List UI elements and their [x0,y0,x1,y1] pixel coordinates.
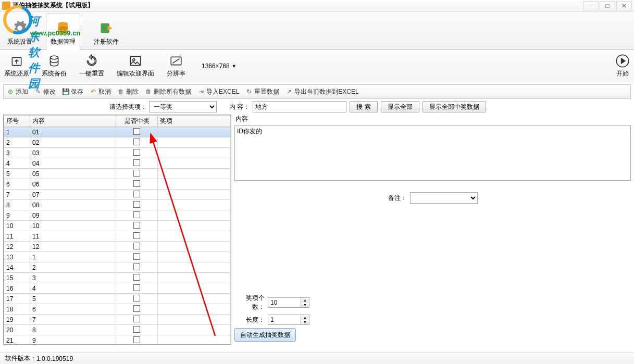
table-row[interactable]: 909 [4,210,231,221]
checkbox-icon[interactable] [133,159,140,166]
action-modify[interactable]: ✎修改 [34,87,56,96]
table-row[interactable]: 131 [4,252,231,262]
header-win[interactable]: 是否中奖 [116,116,158,127]
tool-resolution[interactable]: 分辨率 [167,54,185,78]
cell-win[interactable] [116,200,158,210]
cell-win[interactable] [116,210,158,221]
cell-win[interactable] [116,221,158,231]
cell-win[interactable] [116,137,158,148]
action-save[interactable]: 💾保存 [62,87,83,96]
table-row[interactable]: 219 [4,335,231,345]
table-row[interactable]: 808 [4,200,231,210]
action-delete-all[interactable]: 🗑删除所有数据 [145,87,191,96]
header-seq[interactable]: 序号 [4,116,30,127]
checkbox-icon[interactable] [133,222,140,229]
content-search-input[interactable] [253,101,346,112]
table-row[interactable]: 197 [4,315,231,325]
table-row[interactable]: 186 [4,304,231,315]
checkbox-icon[interactable] [133,316,140,322]
action-import-excel[interactable]: ⇥导入EXCEL [197,87,239,96]
checkbox-icon[interactable] [133,253,140,260]
prize-count-input[interactable] [268,297,301,308]
checkbox-icon[interactable] [133,149,140,156]
search-button[interactable]: 搜 索 [350,101,377,112]
table-row[interactable]: 606 [4,179,231,190]
prize-select[interactable]: 一等奖 [149,101,217,112]
table-row[interactable]: 208 [4,325,231,335]
checkbox-icon[interactable] [133,139,140,145]
table-row[interactable]: 1010 [4,221,231,231]
cell-win[interactable] [116,179,158,190]
spin-down[interactable]: ▼ [301,303,309,307]
cell-win[interactable] [116,190,158,200]
action-delete[interactable]: 🗑删除 [117,87,139,96]
checkbox-icon[interactable] [133,326,140,333]
checkbox-icon[interactable] [133,295,140,302]
checkbox-icon[interactable] [133,232,140,239]
checkbox-icon[interactable] [133,180,140,187]
tab-register[interactable]: 注册软件 [90,14,123,49]
cell-win[interactable] [116,242,158,252]
table-row[interactable]: 1111 [4,231,231,242]
tab-system-settings[interactable]: 系统设置 [3,14,36,49]
checkbox-icon[interactable] [133,243,140,249]
tool-edit-welcome[interactable]: 编辑欢迎界面 [117,54,154,78]
cell-win[interactable] [116,304,158,315]
cell-win[interactable] [116,315,158,325]
spin-up[interactable]: ▲ [301,298,309,303]
table-row[interactable]: 202 [4,137,231,148]
auto-generate-button[interactable]: 自动生成抽奖数据 [234,328,296,342]
checkbox-icon[interactable] [133,170,140,177]
action-export-excel[interactable]: ↗导出当前数据到EXCEL [285,87,358,96]
table-row[interactable]: 142 [4,262,231,273]
checkbox-icon[interactable] [133,274,140,281]
table-row[interactable]: 101 [4,127,231,137]
length-input[interactable] [268,315,301,325]
checkbox-icon[interactable] [133,284,140,291]
action-reset-data[interactable]: ↻重置数据 [245,87,279,96]
checkbox-icon[interactable] [133,128,140,135]
table-row[interactable]: 164 [4,283,231,294]
table-row[interactable]: 153 [4,273,231,283]
spin-up[interactable]: ▲ [301,315,309,320]
show-all-button[interactable]: 显示全部 [381,101,419,112]
table-row[interactable]: 404 [4,158,231,169]
table-row[interactable]: 707 [4,190,231,200]
content-textarea[interactable]: ID你发的 [234,125,631,181]
cell-win[interactable] [116,148,158,158]
close-button[interactable]: ✕ [616,1,632,10]
table-row[interactable]: 505 [4,169,231,179]
cell-win[interactable] [116,294,158,304]
action-add[interactable]: ⊕添加 [7,87,28,96]
cell-win[interactable] [116,335,158,345]
cell-win[interactable] [116,283,158,294]
checkbox-icon[interactable] [133,191,140,197]
maximize-button[interactable]: □ [600,1,615,10]
cell-win[interactable] [116,273,158,283]
cell-win[interactable] [116,169,158,179]
checkbox-icon[interactable] [133,201,140,208]
remark-select[interactable] [410,192,478,204]
action-cancel[interactable]: ↶取消 [90,87,111,96]
tab-data-management[interactable]: 数据管理 [46,14,80,50]
header-prize[interactable]: 奖项 [158,116,231,127]
header-content[interactable]: 内容 [30,116,116,127]
cell-win[interactable] [116,231,158,242]
cell-win[interactable] [116,252,158,262]
checkbox-icon[interactable] [133,263,140,270]
tool-system-restore[interactable]: 系统还原 [4,54,29,78]
checkbox-icon[interactable] [133,211,140,218]
show-all-win-button[interactable]: 显示全部中奖数据 [422,101,486,112]
cell-win[interactable] [116,127,158,137]
table-row[interactable]: 175 [4,294,231,304]
prize-count-spinner[interactable]: ▲▼ [268,297,309,308]
tool-reset[interactable]: 一键重置 [79,54,104,78]
cell-win[interactable] [116,262,158,273]
table-scroll[interactable]: 序号 内容 是否中奖 奖项 10120230340450560670780890… [4,115,231,344]
cell-win[interactable] [116,325,158,335]
minimize-button[interactable]: ─ [583,1,599,10]
tool-system-backup[interactable]: 系统备份 [42,54,67,78]
table-row[interactable]: 303 [4,148,231,158]
cell-win[interactable] [116,158,158,169]
length-spinner[interactable]: ▲▼ [268,315,309,325]
